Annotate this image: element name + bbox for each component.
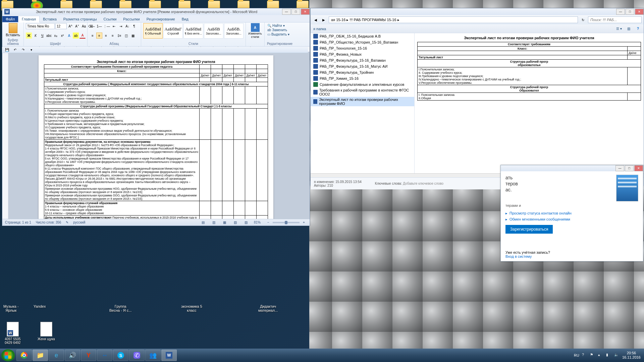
- style-gallery-item[interactable]: АаБбВвІ¶ Без инте...: [183, 23, 203, 39]
- numbering-button[interactable]: 1—: [96, 23, 102, 29]
- text-effects-button[interactable]: A: [66, 33, 72, 39]
- subscript-button[interactable]: x₂: [53, 33, 59, 39]
- file-item[interactable]: РАБ_ПР_Физика_Новых: [311, 51, 414, 57]
- change-styles-button[interactable]: A Изменить стили: [248, 23, 262, 39]
- minimize-button[interactable]: —: [282, 9, 291, 15]
- align-left-button[interactable]: ≡: [90, 33, 96, 39]
- indent-dec-button[interactable]: ⇤: [111, 23, 117, 29]
- document-page[interactable]: Экспертный лист по итогам проверки рабоч…: [39, 55, 273, 219]
- status-zoom[interactable]: 81%: [254, 221, 261, 224]
- file-item[interactable]: РАБ_ПР_Химия_15-16: [311, 75, 414, 81]
- shading-button[interactable]: ◫: [123, 33, 129, 39]
- close-button[interactable]: ✕: [301, 9, 310, 15]
- tab-mailings[interactable]: Рассылки: [120, 16, 143, 22]
- zoom-out-button[interactable]: −: [265, 220, 271, 226]
- line-spacing-button[interactable]: ‡≡: [116, 33, 122, 39]
- align-center-button[interactable]: ≡: [96, 33, 102, 39]
- task-ie[interactable]: e: [49, 350, 64, 361]
- status-kw-value[interactable]: Добавьте ключевое слово: [403, 182, 443, 185]
- tray-expand-icon[interactable]: ▴: [598, 353, 603, 358]
- bullets-button[interactable]: •—: [90, 23, 96, 29]
- bold-button[interactable]: Ж: [26, 33, 32, 39]
- task-app[interactable]: 👥: [145, 350, 161, 361]
- change-case-button[interactable]: Aa: [81, 23, 87, 29]
- file-list[interactable]: РАБ_ПР_ОБЖ_15-16_Бедишов А.ВРАБ_ПР_Общес…: [311, 33, 415, 173]
- minimize-button[interactable]: —: [616, 9, 625, 15]
- paste-button[interactable]: Вставить: [4, 23, 21, 37]
- document-area[interactable]: Экспертный лист по итогам проверки рабоч…: [2, 52, 310, 219]
- desktop-icon-label[interactable]: Музыка - Ярлык: [3, 304, 19, 312]
- task-word[interactable]: W: [161, 350, 177, 361]
- file-item[interactable]: РАБ_ПР_Физкультура_15-16_Матус АИ: [311, 63, 414, 69]
- volume-icon[interactable]: 🔈: [614, 353, 620, 358]
- save-button[interactable]: 💾: [4, 47, 10, 53]
- view-mode-button[interactable]: ☰ ▾: [616, 26, 622, 32]
- qat-customize[interactable]: ▾: [28, 47, 34, 53]
- forward-button[interactable]: ▶: [321, 17, 327, 23]
- find-button[interactable]: 🔍Найти ▾: [267, 24, 292, 27]
- task-teamviewer[interactable]: ↔: [97, 350, 112, 361]
- desktop-icon-label[interactable]: Дидактич материал...: [258, 304, 278, 312]
- tab-review[interactable]: Рецензирование: [143, 16, 178, 22]
- indent-inc-button[interactable]: ⇥: [118, 23, 124, 29]
- maximize-button[interactable]: □: [625, 165, 634, 171]
- task-explorer[interactable]: 📁: [33, 350, 48, 361]
- status-words[interactable]: Число слов: 356: [36, 221, 61, 224]
- view-read[interactable]: ▥: [211, 220, 217, 226]
- task-media[interactable]: 🔊: [65, 350, 80, 361]
- style-gallery-item[interactable]: АаБбВвГСтрогий: [163, 23, 183, 39]
- refresh-button[interactable]: ↻: [580, 17, 586, 23]
- flag-tray-icon[interactable]: ⚑: [590, 353, 595, 358]
- multilevel-button[interactable]: ⋮—: [103, 23, 110, 29]
- help-tray-icon[interactable]: ?: [582, 353, 587, 358]
- style-gallery-item[interactable]: АаБбВвІ¶ Обычный: [143, 23, 163, 39]
- help-button[interactable]: ?: [635, 26, 641, 32]
- sort-button[interactable]: A↓: [124, 23, 130, 29]
- view-draft[interactable]: ▨: [243, 220, 249, 226]
- select-button[interactable]: ▭Выделить ▾: [267, 33, 292, 36]
- desktop-icon-label[interactable]: Yandex: [34, 304, 46, 308]
- align-right-button[interactable]: ≡: [103, 33, 109, 39]
- font-size-input[interactable]: [55, 23, 67, 29]
- task-viber[interactable]: ✆: [129, 350, 145, 361]
- status-lang[interactable]: русский: [73, 221, 85, 224]
- task-skype[interactable]: S: [113, 350, 128, 361]
- preview-pane-button[interactable]: ▥: [626, 26, 632, 32]
- back-button[interactable]: ◀: [313, 17, 319, 23]
- file-item[interactable]: Сравнение факультативных и элективных ку…: [311, 81, 414, 87]
- maximize-button[interactable]: □: [626, 9, 634, 15]
- tab-insert[interactable]: Вставка: [40, 16, 60, 22]
- signin-link[interactable]: Вход в систему: [505, 254, 532, 258]
- shrink-font-button[interactable]: A˅: [74, 23, 80, 29]
- tab-layout[interactable]: Разметка страницы: [60, 16, 100, 22]
- superscript-button[interactable]: x²: [59, 33, 65, 39]
- tray-clock[interactable]: 20:5616.11.2016: [622, 351, 641, 360]
- messenger-titlebar[interactable]: — □ ✕: [501, 165, 643, 171]
- close-button[interactable]: ✕: [634, 165, 643, 171]
- file-item[interactable]: РАБ_ПР_Физкультура_Тройнин: [311, 69, 414, 75]
- view-web[interactable]: ▦: [222, 220, 228, 226]
- file-item[interactable]: РАБ_ПР_ОБЖ_15-16_Бедишов А.В: [311, 33, 414, 39]
- file-item[interactable]: РАБ_ПР_Общество_История_15-16_Ватаман: [311, 39, 414, 45]
- task-chrome[interactable]: [16, 350, 32, 361]
- network-icon[interactable]: ▮: [606, 353, 611, 358]
- file-item[interactable]: РАБ_ПР_Физкультура_15-16_Ватаман: [311, 57, 414, 63]
- view-print-layout[interactable]: ▤: [200, 220, 206, 226]
- font-color-button[interactable]: A: [79, 33, 86, 39]
- view-outline[interactable]: ▧: [232, 220, 238, 226]
- tab-file[interactable]: Файл: [2, 16, 18, 22]
- register-button[interactable]: Зарегистрироваться: [505, 225, 553, 234]
- tab-home[interactable]: Главная: [18, 16, 40, 22]
- replace-button[interactable]: abЗаменить: [267, 28, 292, 32]
- redo-button[interactable]: ↷: [20, 47, 26, 53]
- borders-button[interactable]: ▦: [130, 33, 136, 39]
- style-gallery-item[interactable]: АаБбВ.Заголово...: [224, 23, 244, 39]
- status-proofing-icon[interactable]: ✎: [66, 221, 68, 224]
- maximize-button[interactable]: □: [291, 9, 300, 15]
- tray-lang[interactable]: RU: [574, 353, 579, 357]
- new-folder-button[interactable]: я папка: [313, 27, 326, 31]
- zoom-slider[interactable]: [273, 222, 300, 223]
- start-button[interactable]: [1, 349, 15, 361]
- explorer-titlebar[interactable]: — □ ✕: [311, 8, 644, 15]
- grow-font-button[interactable]: A^: [67, 23, 73, 29]
